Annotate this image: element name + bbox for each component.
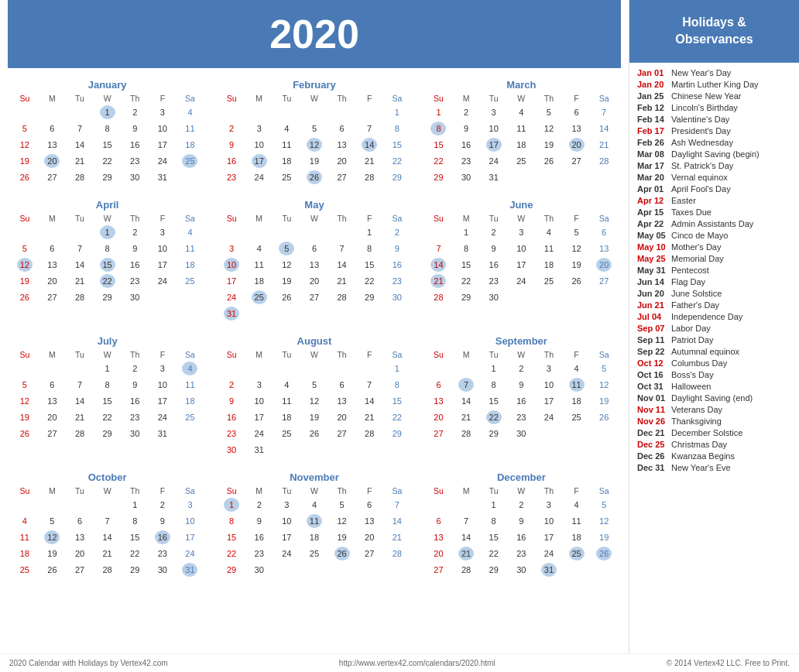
holiday-item: Apr 22Admin Assistants Day [637, 218, 791, 230]
holiday-date: Oct 12 [637, 358, 667, 368]
holiday-item: Mar 17St. Patrick's Day [637, 160, 791, 172]
holiday-name: Admin Assistants Day [671, 219, 753, 228]
holiday-item: May 31Pentecost [637, 265, 791, 276]
holiday-name: St. Patrick's Day [671, 161, 733, 170]
footer-left: 2020 Calendar with Holidays by Vertex42.… [9, 659, 168, 667]
holiday-date: May 10 [637, 242, 667, 252]
holiday-name: December Solstice [671, 428, 742, 437]
holiday-item: Jul 04Independence Day [637, 311, 791, 323]
holiday-date: Sep 22 [637, 347, 667, 356]
holiday-name: Chinese New Year [671, 91, 742, 101]
footer-right: © 2014 Vertex42 LLC. Free to Print. [667, 659, 790, 667]
footer-center: http://www.vertex42.com/calendars/2020.h… [339, 659, 496, 667]
holiday-item: Sep 11Patriot Day [637, 334, 791, 346]
holiday-date: Dec 25 [637, 440, 667, 449]
month-block: MaySuMTuWThFSa12345678910111213141516171… [214, 196, 413, 324]
month-block: JanuarySuMTuWThFSa1234567891011121314151… [8, 76, 207, 188]
holiday-name: Taxes Due [671, 207, 712, 217]
cal-table: SuMTuWThFSa12345678910111213141516171819… [11, 93, 204, 185]
holiday-date: Nov 26 [637, 417, 667, 426]
month-title: October [11, 471, 204, 483]
footer: 2020 Calendar with Holidays by Vertex42.… [0, 653, 799, 672]
holiday-item: Feb 17President's Day [637, 125, 791, 137]
month-block: OctoberSuMTuWThFSa1234567891011121314151… [8, 468, 207, 581]
holiday-date: May 31 [637, 266, 667, 275]
holiday-item: Sep 22Autumnal equinox [637, 346, 791, 358]
holiday-date: Mar 08 [637, 149, 667, 159]
holiday-date: Dec 31 [637, 463, 667, 472]
calendar-section: 2020 JanuarySuMTuWThFSa12345678910111213… [0, 0, 629, 653]
holiday-item: May 05Cinco de Mayo [637, 230, 791, 242]
cal-table: SuMTuWThFSa12345678910111213141516171819… [11, 213, 204, 305]
holiday-item: Apr 15Taxes Due [637, 207, 791, 218]
holiday-date: Jul 04 [637, 312, 667, 321]
month-title: December [425, 471, 618, 483]
month-title: November [218, 471, 410, 483]
holiday-name: Martin Luther King Day [671, 80, 759, 89]
holiday-date: Apr 22 [637, 219, 667, 228]
holiday-name: Kwanzaa Begins [671, 451, 735, 461]
holiday-date: Feb 12 [637, 103, 667, 112]
holiday-name: Valentine's Day [671, 115, 729, 124]
holiday-date: Jun 21 [637, 300, 667, 310]
month-block: NovemberSuMTuWThFSa123456789101112131415… [214, 468, 413, 581]
holiday-item: Dec 26Kwanzaa Begins [637, 451, 791, 462]
month-block: FebruarySuMTuWThFSa123456789101112131415… [214, 76, 413, 188]
holiday-name: Christmas Day [671, 440, 727, 449]
month-block: DecemberSuMTuWThFSa123456789101112131415… [422, 468, 621, 581]
holiday-item: Jun 21Father's Day [637, 300, 791, 311]
month-block: AugustSuMTuWThFSa12345678910111213141516… [214, 332, 413, 461]
cal-table: SuMTuWThFSa12345678910111213141516171819… [218, 349, 410, 458]
month-block: JuneSuMTuWThFSa1234567891011121314151617… [422, 196, 621, 324]
holiday-date: Feb 26 [637, 138, 667, 147]
holiday-item: Oct 31Halloween [637, 381, 791, 393]
holiday-item: Jan 25Chinese New Year [637, 91, 791, 102]
holiday-date: Feb 17 [637, 126, 667, 135]
holiday-name: Memorial Day [671, 254, 724, 263]
month-block: MarchSuMTuWThFSa123456789101112131415161… [422, 76, 621, 188]
month-title: September [425, 335, 618, 347]
holiday-name: Father's Day [671, 300, 719, 310]
holiday-item: Nov 11Veterans Day [637, 404, 791, 416]
holiday-name: Cinco de Mayo [671, 231, 728, 240]
sidebar: Holidays &Observances Jan 01New Year's D… [629, 0, 799, 653]
holiday-date: May 25 [637, 254, 667, 263]
holiday-date: Jun 20 [637, 289, 667, 298]
holiday-name: Autumnal equinox [671, 347, 739, 356]
holiday-item: Feb 12Lincoln's Birthday [637, 102, 791, 114]
holiday-date: Oct 31 [637, 382, 667, 391]
holiday-date: Dec 26 [637, 451, 667, 461]
holiday-item: Jun 14Flag Day [637, 276, 791, 288]
holiday-item: Dec 31New Year's Eve [637, 462, 791, 474]
holiday-item: Jan 01New Year's Day [637, 67, 791, 79]
holiday-item: Nov 01Daylight Saving (end) [637, 393, 791, 404]
holiday-date: Jan 20 [637, 80, 667, 89]
cal-table: SuMTuWThFSa12345678910111213141516171819… [218, 485, 410, 578]
holiday-date: Jun 14 [637, 277, 667, 286]
holiday-item: Oct 16Boss's Day [637, 369, 791, 381]
holiday-name: President's Day [671, 126, 731, 135]
cal-table: SuMTuWThFSa12345678910111213141516171819… [425, 485, 618, 578]
holiday-name: Mother's Day [671, 242, 721, 252]
cal-table: SuMTuWThFSa12345678910111213141516171819… [425, 93, 618, 185]
holiday-date: May 05 [637, 231, 667, 240]
holiday-date: Mar 20 [637, 173, 667, 182]
main-container: 2020 JanuarySuMTuWThFSa12345678910111213… [0, 0, 799, 653]
holiday-name: New Year's Day [671, 68, 731, 77]
month-block: SeptemberSuMTuWThFSa12345678910111213141… [422, 332, 621, 461]
holiday-name: Lincoln's Birthday [671, 103, 738, 112]
months-grid: JanuarySuMTuWThFSa1234567891011121314151… [8, 76, 621, 581]
year-header: 2020 [8, 0, 621, 68]
holiday-name: Vernal equinox [671, 173, 728, 182]
month-title: March [425, 79, 618, 91]
holiday-name: Halloween [671, 382, 711, 391]
holiday-date: Sep 07 [637, 324, 667, 333]
holiday-date: Apr 12 [637, 196, 667, 205]
holiday-name: April Fool's Day [671, 184, 731, 194]
holiday-name: Easter [671, 196, 696, 205]
holiday-date: Nov 01 [637, 393, 667, 403]
month-title: January [11, 79, 204, 91]
cal-table: SuMTuWThFSa12345678910111213141516171819… [425, 213, 618, 305]
holiday-name: June Solstice [671, 289, 722, 298]
holiday-date: Feb 14 [637, 115, 667, 124]
